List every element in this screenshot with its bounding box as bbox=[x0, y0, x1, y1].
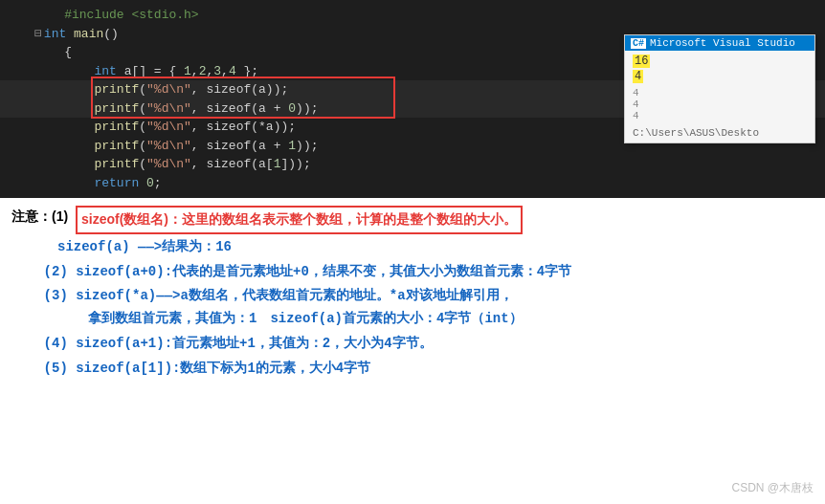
code-section: #include <stdio.h> ⊟ int main () { in bbox=[0, 0, 825, 198]
code-line-1: #include <stdio.h> bbox=[0, 6, 825, 25]
note-2: (2) sizeof(a+0):代表的是首元素地址+0，结果不变，其值大小为数组… bbox=[11, 261, 814, 284]
note-1b-text: sizeof(a) ——>结果为：16 bbox=[57, 236, 232, 259]
main-container: #include <stdio.h> ⊟ int main () { in bbox=[0, 0, 825, 504]
code-line-10: return 0; bbox=[0, 174, 825, 193]
note-1b: sizeof(a) ——>结果为：16 bbox=[11, 236, 814, 259]
note-3b-text: 拿到数组首元素，其值为：1 sizeof(a)首元素的大小：4字节（int） bbox=[88, 308, 523, 331]
code-wrapper: #include <stdio.h> ⊟ int main () { in bbox=[0, 6, 825, 192]
note-label-1: 注意：(1) bbox=[11, 206, 72, 229]
result-value-4: 4 bbox=[633, 70, 643, 83]
note-4-text: (4) sizeof(a+1):首元素地址+1，其值为：2，大小为4字节。 bbox=[11, 333, 433, 356]
note-5: (5) sizeof(a[1]):数组下标为1的元素，大小4字节 bbox=[11, 358, 814, 381]
watermark: CSDN @木唐枝 bbox=[731, 480, 814, 496]
result-line-1: 16 bbox=[633, 55, 807, 68]
code-kw-int: int bbox=[44, 25, 66, 44]
note-2-text: (2) sizeof(a+0):代表的是首元素地址+0，结果不变，其值大小为数组… bbox=[11, 261, 571, 284]
code-line-9: printf("%d\n", sizeof(a[1])); bbox=[0, 155, 825, 174]
path-display: C:\Users\ASUS\Deskto bbox=[633, 127, 807, 139]
note-3b: 拿到数组首元素，其值为：1 sizeof(a)首元素的大小：4字节（int） bbox=[11, 308, 814, 331]
vs-popup: C# Microsoft Visual Studio 16 4 444 C:\U… bbox=[624, 34, 815, 143]
popup-title: Microsoft Visual Studio bbox=[650, 37, 795, 49]
note-bordered-text: sizeof(数组名)：这里的数组名表示整个数组，计算的是整个数组的大小。 bbox=[76, 206, 523, 234]
result-line-2: 4 bbox=[633, 70, 807, 83]
note-3-text: (3) sizeof(*a)——>a数组名，代表数组首元素的地址。*a对该地址解… bbox=[11, 285, 513, 308]
vs-popup-header: C# Microsoft Visual Studio bbox=[625, 35, 814, 51]
collapse-icon-2[interactable]: ⊟ bbox=[34, 25, 42, 44]
code-fn-main: main bbox=[74, 25, 103, 44]
result-extra: 444 bbox=[633, 85, 807, 121]
notes-section: 注意：(1) sizeof(数组名)：这里的数组名表示整个数组，计算的是整个数组… bbox=[0, 198, 825, 504]
code-content-1: #include <stdio.h> bbox=[34, 6, 199, 25]
note-5-text: (5) sizeof(a[1]):数组下标为1的元素，大小4字节 bbox=[11, 358, 370, 381]
note-4: (4) sizeof(a+1):首元素地址+1，其值为：2，大小为4字节。 bbox=[11, 333, 814, 356]
note-3: (3) sizeof(*a)——>a数组名，代表数组首元素的地址。*a对该地址解… bbox=[11, 285, 814, 308]
note-1: 注意：(1) sizeof(数组名)：这里的数组名表示整个数组，计算的是整个数组… bbox=[11, 206, 814, 234]
vs-popup-body: 16 4 444 C:\Users\ASUS\Deskto bbox=[625, 51, 814, 142]
result-value-16: 16 bbox=[633, 55, 650, 68]
